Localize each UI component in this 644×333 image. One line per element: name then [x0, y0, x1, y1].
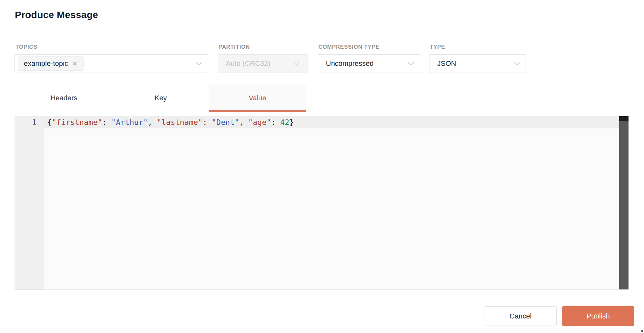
line-number: 1: [15, 116, 36, 128]
chevron-down-icon: [196, 60, 203, 67]
code-token: ,: [148, 118, 157, 126]
type-select[interactable]: JSON: [429, 54, 526, 73]
dialog-header: Produce Message: [0, 0, 644, 32]
editor-vertical-scrollbar[interactable]: [619, 116, 629, 289]
page-title: Produce Message: [15, 9, 98, 20]
code-token: "Arthur": [111, 118, 148, 126]
chevron-down-icon: [408, 60, 415, 67]
message-part-tabs: Headers Key Value: [15, 85, 629, 112]
partition-value: Auto (CRC32): [226, 59, 270, 68]
tab-key[interactable]: Key: [112, 85, 209, 112]
produce-message-dialog: Produce Message TOPICS example-topic ✕ P…: [0, 0, 644, 333]
compression-type-value: Uncompressed: [326, 59, 374, 68]
topic-tag: example-topic ✕: [18, 56, 84, 71]
publish-button[interactable]: Publish: [562, 306, 634, 326]
partition-label: PARTITION: [218, 44, 250, 50]
compression-type-label: COMPRESSION TYPE: [318, 44, 379, 50]
code-token: :: [102, 118, 111, 126]
page-scrollbar-corner: [641, 330, 643, 332]
code-token: "firstname": [52, 118, 102, 126]
topic-tag-label: example-topic: [24, 59, 68, 68]
code-token: 42: [280, 118, 289, 126]
code-token: :: [271, 118, 280, 126]
code-token: {: [47, 118, 52, 126]
chevron-down-icon: [293, 60, 300, 67]
topics-label: TOPICS: [15, 44, 37, 50]
tab-value[interactable]: Value: [209, 85, 306, 112]
type-label: TYPE: [430, 44, 445, 50]
partition-select: Auto (CRC32): [218, 54, 307, 73]
remove-topic-icon[interactable]: ✕: [72, 61, 77, 67]
value-editor[interactable]: 1 {"firstname": "Arthur", "lastname": "D…: [15, 116, 629, 290]
footer-divider: [0, 300, 644, 300]
code-token: :: [203, 118, 212, 126]
editor-gutter: 1: [15, 116, 44, 289]
topics-select[interactable]: example-topic ✕: [15, 54, 208, 73]
code-token: "Dent": [212, 118, 239, 126]
cancel-button[interactable]: Cancel: [485, 306, 557, 326]
scrollbar-thumb[interactable]: [619, 116, 629, 121]
code-token: "lastname": [157, 118, 203, 126]
tab-headers[interactable]: Headers: [15, 85, 112, 112]
code-line: {"firstname": "Arthur", "lastname": "Den…: [47, 116, 294, 128]
code-token: }: [289, 118, 294, 126]
type-value: JSON: [437, 59, 456, 68]
chevron-down-icon: [513, 60, 520, 67]
code-token: ,: [239, 118, 248, 126]
compression-type-select[interactable]: Uncompressed: [318, 54, 420, 73]
code-token: "age": [248, 118, 271, 126]
